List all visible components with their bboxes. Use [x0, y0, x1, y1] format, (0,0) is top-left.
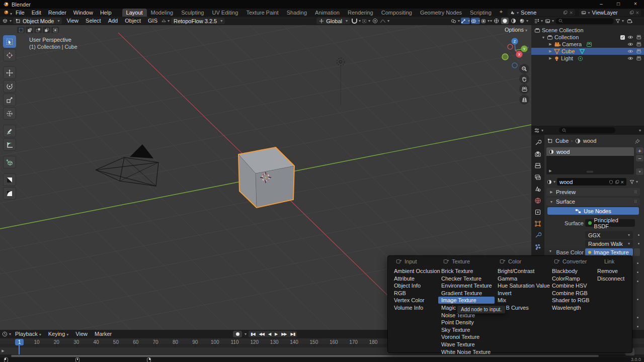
channel-expand-arrow[interactable]: ▶ [1, 349, 5, 353]
distribution-dropdown[interactable]: GGX▾ [585, 231, 633, 239]
timeline-editor-icon[interactable] [2, 331, 11, 337]
timeline-menu-view[interactable]: View [72, 330, 91, 338]
workspace-tab-rendering[interactable]: Rendering [344, 9, 377, 17]
slot-specials-button[interactable]: ▾ [636, 168, 643, 175]
expand-arrow-icon[interactable]: ▼ [541, 36, 545, 39]
jump-to-start-icon[interactable]: ▮◀ [249, 332, 257, 336]
add-workspace-button[interactable]: + [496, 9, 507, 17]
outliner-editor-icon[interactable] [534, 18, 543, 24]
slot-expand-arrow[interactable]: ▶ [548, 169, 552, 173]
camera-view-icon[interactable] [519, 84, 529, 94]
properties-tab-object[interactable] [533, 220, 543, 228]
workspace-tab-layout[interactable]: Layout [122, 9, 147, 17]
workspace-tab-shading[interactable]: Shading [283, 9, 311, 17]
node-menu-item-colorramp[interactable]: ColorRamp [549, 275, 597, 282]
node-menu-item-environment-texture[interactable]: Environment Texture [438, 282, 495, 289]
move-tool[interactable] [3, 66, 16, 79]
shading-rendered-icon-dropdown[interactable]: ▾ [526, 19, 528, 23]
viewport-menu-gis[interactable]: GIS [144, 17, 161, 25]
copy-icon[interactable] [563, 10, 568, 15]
add-cube-tool[interactable] [3, 156, 16, 168]
material-name-field[interactable]: wood × [557, 178, 626, 186]
maximize-button[interactable]: □ [610, 0, 627, 9]
base-color-value[interactable]: Image Texture [585, 248, 633, 256]
node-menu-item-gamma[interactable]: Gamma [495, 275, 547, 282]
workspace-tab-scripting[interactable]: Scripting [466, 9, 496, 17]
use-nodes-button[interactable]: Use Nodes [547, 207, 639, 215]
properties-tab-view-layer[interactable] [533, 173, 543, 182]
next-keyframe-icon[interactable]: ▶▶ [279, 332, 288, 336]
surface-panel-header[interactable]: ▼Surface ⠿ [546, 198, 640, 206]
navigation-gizmo[interactable]: Z Y X [500, 30, 531, 68]
proportional-edit-icon[interactable] [371, 18, 379, 24]
properties-tab-tool[interactable] [533, 139, 543, 147]
properties-tab-scene[interactable] [533, 185, 543, 193]
jump-to-end-icon[interactable]: ▶▮ [289, 332, 297, 336]
current-frame-badge[interactable]: 1 [15, 339, 24, 345]
node-menu-item-voronoi-texture[interactable]: Voronoi Texture [438, 333, 495, 340]
node-menu-item-image-texture[interactable]: Image Texture [438, 297, 495, 304]
node-menu-item-wavelength[interactable]: Wavelength [549, 304, 597, 311]
viewlayer-selector[interactable]: ▾ ViewLayer × [579, 9, 641, 16]
node-menu-item-object-info[interactable]: Object Info [391, 282, 439, 289]
prev-keyframe-icon[interactable]: ◀◀ [257, 332, 266, 336]
sidebar-collapse-arrow[interactable]: ‹ [527, 45, 529, 50]
properties-tab-render[interactable] [533, 150, 543, 158]
xray-icon-dropdown[interactable]: ▾ [490, 19, 492, 23]
node-menu-item-sky-texture[interactable]: Sky Texture [438, 326, 495, 333]
scale-tool[interactable] [3, 94, 16, 106]
node-menu-item-vertex-color[interactable]: Vertex Color [391, 297, 439, 304]
node-menu-item-mix[interactable]: Mix [495, 297, 547, 304]
auto-key-button[interactable] [233, 331, 242, 337]
pin-icon[interactable] [634, 139, 640, 144]
measure-tool[interactable] [3, 138, 16, 151]
properties-tab-object-data[interactable] [533, 208, 543, 216]
retopo-tool-a[interactable] [3, 173, 16, 186]
orientation-dropdown[interactable]: Global [316, 18, 350, 24]
expand-arrow-icon[interactable]: ▶ [548, 42, 552, 46]
select-mode-extend-icon[interactable] [34, 27, 42, 33]
viewport-menu-object[interactable]: Object [121, 17, 144, 25]
overlays-icon[interactable] [471, 18, 480, 24]
shading-material-icon[interactable] [510, 18, 517, 24]
node-menu-item-attribute[interactable]: Attribute [391, 275, 439, 282]
node-menu-item-combine-rgb[interactable]: Combine RGB [549, 290, 597, 297]
select-mode-subtract-icon[interactable] [43, 27, 50, 33]
outliner-row-light[interactable]: ▶Light [531, 55, 644, 62]
play-icon[interactable]: ▶ [273, 332, 279, 336]
zoom-view-icon[interactable] [519, 64, 529, 74]
viewport-menu-view[interactable]: View [63, 17, 82, 25]
visibility-icon[interactable] [451, 18, 460, 24]
workspace-tab-sculpting[interactable]: Sculpting [177, 9, 208, 17]
select-mode-set-icon[interactable] [17, 27, 25, 33]
auto-key-dropdown[interactable]: ▾ [245, 332, 247, 336]
falloff-icon[interactable] [380, 18, 389, 24]
blender-menu-icon[interactable] [0, 10, 12, 16]
visibility-checkbox[interactable]: ✓ [620, 35, 625, 40]
hide-render-icon[interactable] [636, 42, 642, 47]
hide-viewport-icon[interactable] [627, 49, 633, 54]
properties-tab-world[interactable] [533, 197, 543, 205]
menu-edit[interactable]: Edit [28, 9, 45, 17]
material-slot-row[interactable]: wood [546, 147, 634, 156]
transform-tool[interactable] [3, 107, 16, 120]
menu-window[interactable]: Window [70, 9, 97, 17]
workspace-tab-geometry-nodes[interactable]: Geometry Nodes [416, 9, 466, 17]
gizmos-icon[interactable] [461, 18, 470, 24]
hide-render-icon[interactable] [636, 35, 642, 40]
copy-icon[interactable] [629, 10, 634, 15]
outliner-row-cube[interactable]: ▶Cube [531, 48, 644, 55]
keyframe-dot[interactable] [637, 262, 638, 264]
hide-viewport-icon[interactable] [627, 35, 633, 40]
outliner-display-icon[interactable] [545, 18, 554, 24]
rotate-tool[interactable] [3, 80, 16, 93]
retopo-tool-b[interactable] [3, 187, 16, 200]
hide-viewport-icon[interactable] [627, 56, 633, 61]
properties-tab-particles[interactable] [533, 243, 543, 251]
prev-frame-icon[interactable]: ◀ [266, 332, 273, 336]
breadcrumb-object[interactable]: Cube [555, 138, 569, 144]
menu-help[interactable]: Help [97, 9, 115, 17]
node-menu-item-disconnect[interactable]: Disconnect [594, 275, 629, 282]
unlink-material-icon[interactable]: × [621, 179, 624, 185]
outliner-row-camera[interactable]: ▶Camera [531, 41, 644, 48]
